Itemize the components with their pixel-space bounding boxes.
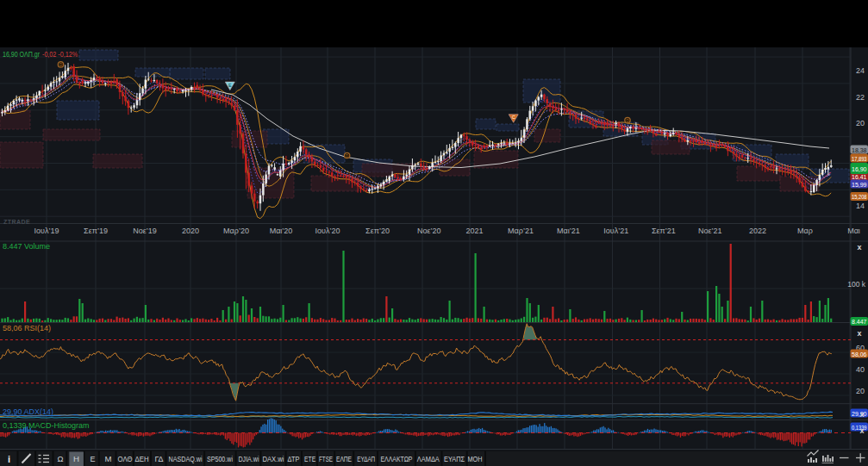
svg-text:Ιουλ’20: Ιουλ’20 [315,227,340,235]
svg-text:Ιουλ’19: Ιουλ’19 [34,227,59,235]
svg-text:14: 14 [856,202,865,210]
svg-text:29,90 ADX(14): 29,90 ADX(14) [3,407,53,416]
svg-text:ΔΕΗ: ΔΕΗ [135,455,149,463]
svg-text:16,90 ΟΛΠ.gr: 16,90 ΟΛΠ.gr [3,50,40,59]
svg-text:Νοε’21: Νοε’21 [698,227,722,235]
svg-text:8.447: 8.447 [852,318,867,326]
svg-text:18,38: 18,38 [852,146,867,154]
svg-text:ΕΤΕ: ΕΤΕ [304,455,315,463]
svg-text:x: x [857,243,861,252]
svg-text:ΕΥΔΑΠ: ΕΥΔΑΠ [357,455,375,463]
svg-text:DJIA.wi: DJIA.wi [239,455,259,463]
svg-text:ZTRADE: ZTRADE [3,219,30,225]
svg-text:Νοε’20: Νοε’20 [417,227,441,235]
svg-text:ΕΥΑΠΣ: ΕΥΑΠΣ [444,455,465,463]
svg-text:16,90: 16,90 [852,165,867,173]
svg-text:24: 24 [856,66,865,75]
svg-text:22: 22 [856,93,865,102]
svg-text:i: i [8,454,10,464]
svg-text:40: 40 [856,365,865,374]
svg-text:E: E [228,83,232,88]
svg-text:ΛΑΜΔΑ: ΛΑΜΔΑ [417,455,440,463]
svg-text:2020: 2020 [182,227,199,235]
svg-text:Μαι’20: Μαι’20 [270,227,293,235]
svg-text:x: x [857,329,861,338]
svg-text:Η: Η [73,455,79,463]
svg-text:20: 20 [856,387,865,395]
svg-text:Νοε’19: Νοε’19 [133,227,157,235]
svg-text:Σεπ’21: Σεπ’21 [652,227,676,235]
svg-text:15,99: 15,99 [852,181,867,189]
svg-text:-0,02 -0,12%: -0,02 -0,12% [42,50,78,59]
svg-text:ΕΛΠΕ: ΕΛΠΕ [336,455,352,463]
svg-text:Ιουλ’21: Ιουλ’21 [603,227,628,235]
svg-text:Μαρ: Μαρ [797,227,813,235]
svg-text:Σεπ’19: Σεπ’19 [84,227,108,235]
svg-text:58,06: 58,06 [852,351,867,358]
svg-text:Μαι’21: Μαι’21 [557,227,580,235]
svg-text:C: C [512,115,515,120]
svg-text:58,06 RSI(14): 58,06 RSI(14) [3,324,51,332]
svg-text:100 k: 100 k [847,280,866,289]
svg-text:x: x [859,426,864,435]
svg-text:Μ: Μ [105,455,112,463]
svg-text:ΓΔ: ΓΔ [155,455,164,463]
svg-text:20: 20 [856,119,865,127]
svg-text:Σεπ’20: Σεπ’20 [365,227,390,235]
svg-text:15,208: 15,208 [852,193,867,201]
svg-text:2022: 2022 [749,227,766,235]
svg-text:FTSE: FTSE [319,455,333,463]
svg-text:Μαι: Μαι [847,227,860,235]
svg-text:SP500.wi: SP500.wi [207,455,233,463]
svg-text:8.447 Volume: 8.447 Volume [3,242,50,251]
svg-text:ΔΤΡ: ΔΤΡ [288,455,300,463]
svg-text:ΕΛΛΑΚΤΩΡ: ΕΛΛΑΚΤΩΡ [381,455,413,463]
svg-text:17,893: 17,893 [852,155,867,163]
svg-text:DAX.wi: DAX.wi [263,455,284,463]
svg-text:Μαρ’20: Μαρ’20 [223,227,249,235]
svg-text:Μαρ’21: Μαρ’21 [508,227,534,235]
svg-text:2021: 2021 [466,227,484,235]
svg-text:ΟΛΘ: ΟΛΘ [118,455,133,463]
svg-text:ΜΟΗ: ΜΟΗ [468,455,483,463]
svg-text:x: x [859,410,864,419]
svg-text:NASDAQ.wi: NASDAQ.wi [169,455,203,463]
svg-text:Ε: Ε [90,455,95,463]
svg-text:Ω: Ω [58,455,64,463]
svg-text:0,1339 MACD-Histogram: 0,1339 MACD-Histogram [3,421,90,430]
